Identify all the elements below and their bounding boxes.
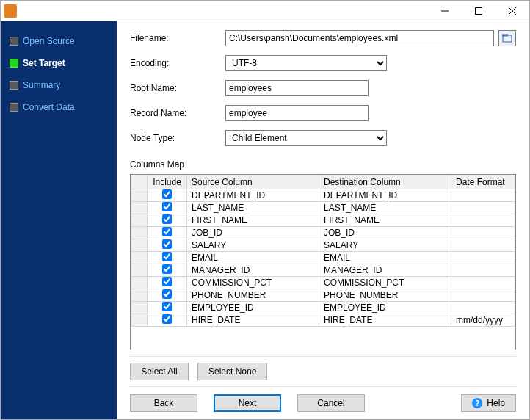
sidebar-item-open-source[interactable]: Open Source — [5, 35, 112, 48]
rootname-input[interactable] — [225, 80, 369, 96]
filename-input[interactable] — [225, 30, 494, 46]
table-row[interactable]: SALARYSALARY — [131, 239, 515, 252]
dateformat-cell[interactable] — [451, 202, 515, 214]
source-column-header[interactable]: Source Column — [187, 175, 319, 189]
include-cell[interactable] — [148, 227, 187, 239]
browse-button[interactable] — [498, 30, 516, 46]
destination-cell[interactable]: COMMISSION_PCT — [319, 277, 451, 289]
include-cell[interactable] — [148, 189, 187, 202]
include-checkbox[interactable] — [162, 214, 172, 224]
include-cell[interactable] — [148, 314, 187, 327]
dateformat-cell[interactable] — [451, 189, 515, 202]
source-cell[interactable]: EMAIL — [187, 252, 319, 264]
help-button[interactable]: ? Help — [461, 394, 516, 412]
include-checkbox[interactable] — [162, 277, 172, 286]
dateformat-cell[interactable]: mm/dd/yyyy — [451, 314, 515, 327]
include-checkbox[interactable] — [162, 202, 172, 211]
recordname-input[interactable] — [225, 105, 369, 121]
source-cell[interactable]: DEPARTMENT_ID — [187, 189, 319, 202]
sidebar-item-summary[interactable]: Summary — [5, 79, 112, 92]
encoding-select[interactable]: UTF-8 — [225, 55, 387, 71]
row-handle[interactable] — [131, 289, 148, 302]
include-cell[interactable] — [148, 302, 187, 314]
source-cell[interactable]: EMPLOYEE_ID — [187, 302, 319, 314]
dateformat-cell[interactable] — [451, 277, 515, 289]
include-checkbox[interactable] — [162, 264, 172, 274]
table-row[interactable]: EMPLOYEE_IDEMPLOYEE_ID — [131, 302, 515, 314]
table-row[interactable]: JOB_IDJOB_ID — [131, 227, 515, 239]
date-format-header[interactable]: Date Format — [451, 175, 515, 189]
row-handle[interactable] — [131, 189, 148, 202]
include-checkbox[interactable] — [162, 239, 172, 249]
destination-column-header[interactable]: Destination Column — [319, 175, 451, 189]
dateformat-cell[interactable] — [451, 214, 515, 227]
row-handle[interactable] — [131, 202, 148, 214]
back-button[interactable]: Back — [130, 394, 197, 412]
include-checkbox[interactable] — [162, 302, 172, 311]
table-row[interactable]: DEPARTMENT_IDDEPARTMENT_ID — [131, 189, 515, 202]
row-handle[interactable] — [131, 302, 148, 314]
source-cell[interactable]: LAST_NAME — [187, 202, 319, 214]
dateformat-cell[interactable] — [451, 252, 515, 264]
include-cell[interactable] — [148, 289, 187, 302]
sidebar-item-set-target[interactable]: Set Target — [5, 57, 112, 70]
source-cell[interactable]: HIRE_DATE — [187, 314, 319, 327]
include-checkbox[interactable] — [162, 289, 172, 299]
row-handle[interactable] — [131, 214, 148, 227]
destination-cell[interactable]: JOB_ID — [319, 227, 451, 239]
dateformat-cell[interactable] — [451, 227, 515, 239]
cancel-button[interactable]: Cancel — [297, 394, 365, 412]
destination-cell[interactable]: SALARY — [319, 239, 451, 252]
include-cell[interactable] — [148, 277, 187, 289]
destination-cell[interactable]: PHONE_NUMBER — [319, 289, 451, 302]
select-none-button[interactable]: Select None — [197, 363, 267, 380]
destination-cell[interactable]: EMAIL — [319, 252, 451, 264]
source-cell[interactable]: SALARY — [187, 239, 319, 252]
close-button[interactable] — [495, 1, 529, 21]
destination-cell[interactable]: FIRST_NAME — [319, 214, 451, 227]
source-cell[interactable]: COMMISSION_PCT — [187, 277, 319, 289]
include-checkbox[interactable] — [162, 189, 172, 199]
source-cell[interactable]: PHONE_NUMBER — [187, 289, 319, 302]
next-button[interactable]: Next — [214, 394, 281, 412]
select-all-button[interactable]: Select All — [130, 363, 189, 380]
include-cell[interactable] — [148, 214, 187, 227]
table-row[interactable]: HIRE_DATEHIRE_DATEmm/dd/yyyy — [131, 314, 515, 327]
include-cell[interactable] — [148, 264, 187, 277]
include-checkbox[interactable] — [162, 314, 172, 324]
include-cell[interactable] — [148, 252, 187, 264]
dateformat-cell[interactable] — [451, 264, 515, 277]
sidebar-item-convert-data[interactable]: Convert Data — [5, 101, 112, 114]
maximize-button[interactable] — [462, 1, 495, 21]
include-checkbox[interactable] — [162, 227, 172, 236]
include-header[interactable]: Include — [148, 175, 187, 189]
row-handle[interactable] — [131, 239, 148, 252]
include-cell[interactable] — [148, 202, 187, 214]
table-row[interactable]: EMAILEMAIL — [131, 252, 515, 264]
destination-cell[interactable]: HIRE_DATE — [319, 314, 451, 327]
destination-cell[interactable]: DEPARTMENT_ID — [319, 189, 451, 202]
row-handle[interactable] — [131, 252, 148, 264]
row-handle[interactable] — [131, 227, 148, 239]
table-row[interactable]: LAST_NAMELAST_NAME — [131, 202, 515, 214]
source-cell[interactable]: FIRST_NAME — [187, 214, 319, 227]
dateformat-cell[interactable] — [451, 289, 515, 302]
destination-cell[interactable]: EMPLOYEE_ID — [319, 302, 451, 314]
nodetype-select[interactable]: Child Element — [225, 130, 387, 146]
include-checkbox[interactable] — [162, 252, 172, 261]
destination-cell[interactable]: MANAGER_ID — [319, 264, 451, 277]
dateformat-cell[interactable] — [451, 239, 515, 252]
row-handle[interactable] — [131, 264, 148, 277]
table-row[interactable]: COMMISSION_PCTCOMMISSION_PCT — [131, 277, 515, 289]
row-handle[interactable] — [131, 277, 148, 289]
source-cell[interactable]: MANAGER_ID — [187, 264, 319, 277]
dateformat-cell[interactable] — [451, 302, 515, 314]
table-row[interactable]: PHONE_NUMBERPHONE_NUMBER — [131, 289, 515, 302]
include-cell[interactable] — [148, 239, 187, 252]
table-row[interactable]: MANAGER_IDMANAGER_ID — [131, 264, 515, 277]
table-row[interactable]: FIRST_NAMEFIRST_NAME — [131, 214, 515, 227]
destination-cell[interactable]: LAST_NAME — [319, 202, 451, 214]
source-cell[interactable]: JOB_ID — [187, 227, 319, 239]
row-handle[interactable] — [131, 314, 148, 327]
minimize-button[interactable] — [428, 1, 462, 21]
